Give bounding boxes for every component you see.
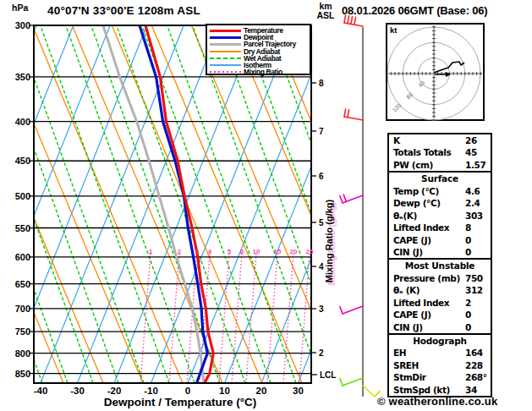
legend-line-sample bbox=[210, 58, 241, 59]
dry-adiabat-line bbox=[72, 25, 222, 383]
table-row-value: 45 bbox=[465, 146, 477, 159]
table-row: θₑ (K)312 bbox=[389, 284, 491, 296]
table-row-label: StmSpd (kt) bbox=[393, 385, 450, 395]
table-section-header: Surface bbox=[389, 173, 491, 184]
pressure-tick-label: 850 bbox=[15, 369, 30, 379]
mixing-ratio-value-label: 5 bbox=[228, 248, 232, 255]
mixing-ratio-value-label: 2 bbox=[178, 248, 182, 255]
table-row: PW (cm)1.57 bbox=[389, 159, 491, 171]
table-row-label: CAPE (J) bbox=[393, 235, 431, 245]
wind-barb bbox=[344, 15, 363, 26]
table-row-value: 312 bbox=[465, 284, 483, 297]
legend-line-sample bbox=[210, 51, 241, 52]
table-row: CAPE (J)0 bbox=[389, 309, 491, 321]
mixing-ratio-value-label: 4 bbox=[208, 248, 212, 255]
lcl-marker-label: LCL bbox=[320, 370, 336, 380]
temp-tick-label: 30 bbox=[293, 386, 304, 396]
table-row-label: Dewp (°C) bbox=[393, 198, 441, 208]
table-row-value: 0 bbox=[465, 234, 471, 247]
table-row-value: 34 bbox=[465, 384, 477, 397]
table-row-value: 4.6 bbox=[465, 185, 480, 198]
wind-barb bbox=[340, 378, 363, 386]
wind-barb bbox=[363, 386, 380, 397]
mixing-ratio-line bbox=[232, 254, 242, 383]
km-tick-label: 3 bbox=[319, 304, 324, 314]
table-row: SREH228 bbox=[389, 359, 491, 371]
mixing-ratio-line bbox=[219, 254, 229, 383]
table-row-value: 228 bbox=[465, 359, 483, 372]
wind-barb-column bbox=[340, 15, 380, 397]
km-tick-label: 8 bbox=[319, 79, 324, 88]
table-row: Lifted Index8 bbox=[389, 222, 491, 233]
table-row: θₑ(K)303 bbox=[389, 210, 491, 222]
wind-barb bbox=[340, 195, 363, 203]
table-row-value: 0 bbox=[465, 321, 471, 334]
hodograph: 4080120 bbox=[387, 24, 484, 120]
table-row-value: 0 bbox=[465, 246, 471, 259]
table-row: EH164 bbox=[389, 347, 491, 359]
temp-tick-label: -20 bbox=[107, 386, 122, 396]
table-row-label: PW (cm) bbox=[393, 160, 433, 170]
mixing-ratio-value-label: 1 bbox=[149, 248, 153, 255]
pressure-gridlines bbox=[34, 25, 311, 374]
table-row-label: θₑ (K) bbox=[393, 285, 420, 295]
mixing-ratio-value-label: 8 bbox=[240, 248, 244, 255]
temp-tick-label: 10 bbox=[219, 386, 230, 396]
table-row-label: Lifted Index bbox=[393, 222, 449, 233]
legend-item-label: Mixing Ratio bbox=[244, 68, 282, 75]
table-row-value: 26 bbox=[465, 134, 477, 147]
legend-line-sample bbox=[210, 64, 241, 66]
dry-adiabat-line bbox=[151, 25, 302, 383]
table-row-label: K bbox=[393, 135, 400, 145]
mixing-ratio-value-label: 3 bbox=[195, 248, 200, 255]
table-row-label: EH bbox=[393, 348, 406, 358]
stats-table: K26Totals Totals45PW (cm)1.57SurfaceTemp… bbox=[387, 133, 492, 397]
table-row-value: 268° bbox=[465, 371, 487, 384]
legend-box: TemperatureDewpointParcel TrajectoryDry … bbox=[206, 24, 311, 75]
km-tick-label: 7 bbox=[319, 127, 324, 136]
wet-adiabat-line bbox=[41, 25, 169, 383]
isotherm-line bbox=[225, 25, 368, 383]
table-row: CAPE (J)0 bbox=[389, 234, 491, 246]
table-row-value: 2.4 bbox=[465, 197, 480, 210]
table-section-header: Hodograph bbox=[389, 335, 491, 347]
temp-tick-label: 20 bbox=[256, 386, 267, 396]
pressure-tick-label: 350 bbox=[15, 72, 30, 82]
pressure-tick-label: 550 bbox=[15, 223, 30, 233]
table-row: Dewp (°C)2.4 bbox=[389, 197, 491, 209]
table-section: K26Totals Totals45PW (cm)1.57 bbox=[389, 134, 491, 171]
table-row-label: SREH bbox=[393, 360, 419, 370]
table-row-value: 1.57 bbox=[465, 159, 485, 172]
table-row: Temp (°C)4.6 bbox=[389, 185, 491, 197]
table-row-label: Pressure (mb) bbox=[393, 273, 460, 283]
pressure-tick-label: 800 bbox=[15, 348, 30, 359]
table-row-value: 2 bbox=[465, 297, 471, 310]
wind-barb bbox=[344, 109, 363, 120]
mixing-ratio-line bbox=[299, 254, 310, 383]
km-tick-label: 6 bbox=[319, 172, 324, 181]
dry-adiabat-line bbox=[231, 25, 381, 383]
skewt-sounding-page: { "labels": { "pressure_unit": "hPa", "a… bbox=[0, 0, 532, 411]
pressure-tick-label: 300 bbox=[15, 20, 30, 30]
table-row: CIN (J)0 bbox=[389, 246, 491, 258]
table-row-value: 0 bbox=[465, 309, 471, 321]
km-tick-label: 2 bbox=[319, 348, 324, 358]
wind-barb bbox=[340, 306, 363, 314]
table-row-value: 303 bbox=[465, 210, 483, 222]
mixing-ratio-value-label: 25 bbox=[306, 248, 314, 255]
pressure-tick-label: 700 bbox=[15, 304, 30, 314]
table-row: Totals Totals45 bbox=[389, 146, 491, 158]
table-row-label: Totals Totals bbox=[393, 147, 451, 157]
legend-line-sample bbox=[210, 43, 241, 46]
table-row: Pressure (mb)750 bbox=[389, 272, 491, 284]
pressure-tick-label: 650 bbox=[15, 279, 30, 289]
table-row: CIN (J)0 bbox=[389, 321, 491, 333]
pressure-tick-label: 500 bbox=[15, 191, 30, 201]
table-row-value: 164 bbox=[465, 347, 483, 359]
pressure-tick-label: 600 bbox=[15, 252, 30, 262]
table-section-header: Most Unstable bbox=[389, 260, 491, 271]
table-section: HodographEH164SREH228StmDir268°StmSpd (k… bbox=[389, 333, 491, 396]
table-row-label: θₑ(K) bbox=[393, 211, 417, 221]
mixing-ratio-value-label: 20 bbox=[290, 248, 298, 255]
table-row-label: CIN (J) bbox=[393, 322, 423, 332]
